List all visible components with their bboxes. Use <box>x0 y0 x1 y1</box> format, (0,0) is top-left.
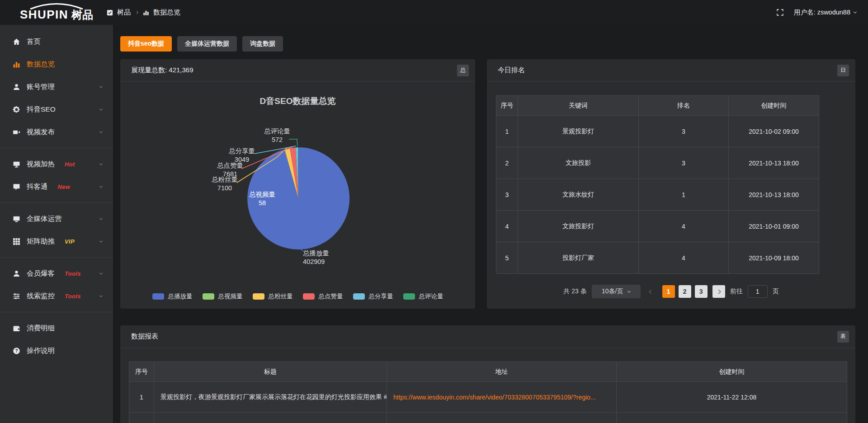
sidebar-item-矩阵助推[interactable]: 矩阵助推VIP <box>0 230 113 253</box>
sidebar-item-label: 视频加热 <box>27 160 55 169</box>
legend-item-总播放量[interactable]: 总播放量 <box>152 292 193 301</box>
chevron-down-icon <box>100 295 102 297</box>
legend-label: 总分享量 <box>369 292 393 301</box>
sliders-icon <box>13 292 20 300</box>
main-content: 抖音seo数据全媒体运营数据询盘数据 展现量总数: 421,369 总 D音SE… <box>113 25 868 423</box>
column-header: 地址 <box>387 362 617 382</box>
legend-item-总视频量[interactable]: 总视频量 <box>203 292 243 301</box>
total-count: 共 23 条 <box>563 287 586 296</box>
sidebar-item-全媒体运营[interactable]: 全媒体运营 <box>0 207 113 230</box>
legend-swatch <box>253 293 264 300</box>
sidebar-item-首页[interactable]: 首页 <box>0 30 113 53</box>
legend-label: 总粉丝量 <box>269 292 293 301</box>
legend-item-总分享量[interactable]: 总分享量 <box>353 292 393 301</box>
pie-label-name: 总播放量 <box>303 249 329 257</box>
legend-item-总点赞量[interactable]: 总点赞量 <box>303 292 343 301</box>
breadcrumb: 树品 数据总览 <box>107 8 180 17</box>
pie-label-总评论量: 总评论量572 <box>252 127 302 144</box>
chevron-down-icon <box>100 218 102 220</box>
table-row: 5投影灯厂家42021-10-09 18:00 <box>496 242 819 274</box>
help-icon: ? <box>13 347 20 355</box>
table-cell: 1 <box>639 179 729 211</box>
pie-label-总播放量: 总播放量402909 <box>303 249 362 266</box>
legend-item-总粉丝量[interactable]: 总粉丝量 <box>253 292 293 301</box>
table-cell: 投影灯厂家 <box>518 242 639 274</box>
tab-全媒体运营数据[interactable]: 全媒体运营数据 <box>177 36 237 52</box>
table-toggle-button[interactable]: 表 <box>837 331 849 343</box>
legend-swatch <box>203 293 214 300</box>
breadcrumb-item-home[interactable]: 树品 <box>117 8 131 17</box>
chevron-down-icon <box>100 108 102 111</box>
brand-name-en: SHUPIN <box>20 8 68 22</box>
page-button-3[interactable]: 3 <box>695 285 708 298</box>
breadcrumb-item-current[interactable]: 数据总览 <box>153 8 180 17</box>
sidebar-item-账号管理[interactable]: 账号管理 <box>0 75 113 98</box>
table-row: 3文旅水纹灯12021-10-13 18:00 <box>496 179 819 211</box>
tab-询盘数据[interactable]: 询盘数据 <box>242 36 283 52</box>
chevron-down-icon <box>854 10 857 14</box>
sidebar-item-label: 操作说明 <box>27 346 55 356</box>
chart-legend: 总播放量总视频量总粉丝量总点赞量总分享量总评论量 <box>120 292 475 301</box>
ranking-panel: 今日排名 日 序号关键词排名创建时间1景观投影灯32021-10-02 09:0… <box>487 59 855 309</box>
page-button-2[interactable]: 2 <box>679 285 691 298</box>
table-cell: 2 <box>496 147 518 179</box>
day-toggle-button[interactable]: 日 <box>837 65 849 76</box>
sidebar-item-操作说明[interactable]: ?操作说明 <box>0 339 113 362</box>
monitor-icon <box>13 215 20 223</box>
table-cell <box>154 413 387 423</box>
table-cell: 2021-10-13 18:00 <box>729 179 819 211</box>
page-button-1[interactable]: 1 <box>662 285 675 298</box>
table-cell: 2021-11-22 12:08 <box>617 382 847 413</box>
pie-label-value: 3049 <box>217 155 267 164</box>
pie-label-value: 7100 <box>200 184 250 193</box>
pagination: 共 23 条 10条/页 123 前往 1 页 <box>487 285 855 298</box>
bar-chart-icon <box>13 61 20 68</box>
legend-label: 总点赞量 <box>319 292 343 301</box>
table-cell: 1 <box>496 116 518 147</box>
sidebar-item-抖音SEO[interactable]: 抖音SEO <box>0 98 113 121</box>
prev-page-button[interactable] <box>646 285 657 298</box>
legend-item-总评论量[interactable]: 总评论量 <box>403 292 443 301</box>
chevron-down-icon <box>100 186 102 188</box>
goto-page-input[interactable]: 1 <box>748 285 768 298</box>
legend-swatch <box>403 293 415 300</box>
table-row: 1景观投影灯32021-10-02 09:00 <box>496 116 819 147</box>
column-header: 序号 <box>496 96 518 116</box>
user-menu[interactable]: 用户名: zswodun88 <box>794 8 856 17</box>
total-toggle-button[interactable]: 总 <box>457 65 469 76</box>
video-link[interactable]: https://www.iesdouyin.com/share/video/70… <box>387 382 617 413</box>
tab-抖音seo数据[interactable]: 抖音seo数据 <box>120 36 172 52</box>
sidebar-divider <box>0 312 113 312</box>
column-header: 排名 <box>639 96 729 116</box>
brand-logo: SHUPIN 树品 <box>0 3 113 22</box>
pie-chart-svg <box>120 82 475 309</box>
sidebar-item-badge: Tools <box>65 293 81 300</box>
goto-label: 前往 <box>730 287 743 296</box>
sidebar-item-视频发布[interactable]: 视频发布 <box>0 121 113 143</box>
sidebar-item-线索监控[interactable]: 线索监控Tools <box>0 285 113 307</box>
chevron-down-icon <box>100 240 102 243</box>
sidebar-item-会员爆客[interactable]: 会员爆客Tools <box>0 262 113 285</box>
grid-icon <box>13 238 20 245</box>
screen-icon <box>13 160 20 168</box>
pie-label-name: 总分享量 <box>229 147 255 155</box>
table-cell: 3 <box>639 116 729 147</box>
table-cell: 2021-10-13 18:00 <box>729 147 819 179</box>
next-page-button[interactable] <box>712 285 725 298</box>
home-icon <box>13 38 20 46</box>
chevron-down-icon <box>100 131 102 133</box>
table-cell: 1 <box>129 382 154 413</box>
fullscreen-icon[interactable] <box>776 9 784 16</box>
page-size-select[interactable]: 10条/页 <box>592 285 641 298</box>
sidebar-item-数据总览[interactable]: 数据总览 <box>0 53 113 75</box>
video-camera-icon <box>13 128 20 136</box>
sidebar-item-label: 线索监控 <box>27 291 55 301</box>
sidebar-item-视频加热[interactable]: 视频加热Hot <box>0 153 113 175</box>
table-row: 2文旅投影32021-10-13 18:00 <box>496 147 819 179</box>
legend-swatch <box>303 293 315 300</box>
sidebar-item-消费明细[interactable]: 消费明细 <box>0 317 113 339</box>
sidebar-item-抖客通[interactable]: 抖客通New <box>0 175 113 198</box>
user-icon <box>13 83 20 91</box>
table-row: 4文旅投影灯42021-10-01 09:00 <box>496 211 819 242</box>
gear-icon <box>13 106 20 113</box>
